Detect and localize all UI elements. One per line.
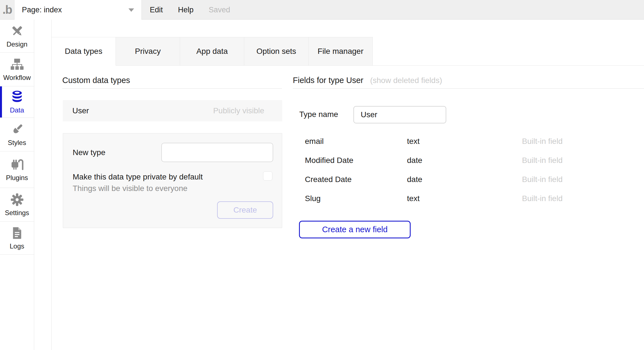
show-deleted-fields-link[interactable]: (show deleted fields) — [370, 76, 442, 85]
data-panel: Data types Privacy App data Option sets … — [51, 20, 644, 350]
fields-list: email text Built-in field Modified Date … — [52, 132, 644, 208]
field-row-email[interactable]: email text Built-in field — [52, 132, 644, 151]
fields-heading: Fields for type User — [293, 75, 363, 85]
field-type: date — [407, 170, 422, 189]
sidebar-item-data[interactable]: Data — [0, 86, 34, 118]
data-type-row-user[interactable]: User Publicly visible — [63, 100, 282, 121]
database-icon — [10, 90, 24, 104]
menu-help[interactable]: Help — [178, 6, 194, 14]
tab-privacy[interactable]: Privacy — [116, 37, 180, 66]
custom-data-types-heading: Custom data types — [62, 75, 130, 85]
type-name-input[interactable] — [353, 106, 446, 123]
sidebar-item-label: Settings — [5, 209, 29, 217]
sidebar-item-workflow[interactable]: Workflow — [0, 53, 34, 86]
tab-data-types[interactable]: Data types — [52, 37, 116, 66]
type-name-label: Type name — [299, 110, 338, 119]
tab-file-manager[interactable]: File manager — [309, 37, 373, 66]
page-selector-dropdown[interactable]: Page: index — [14, 0, 142, 20]
data-type-visibility: Publicly visible — [213, 106, 264, 115]
saved-status: Saved — [209, 6, 230, 14]
field-type: date — [407, 151, 422, 170]
menu-edit[interactable]: Edit — [150, 6, 163, 14]
chevron-down-icon — [128, 8, 134, 12]
bubble-logo[interactable]: .b — [0, 0, 14, 20]
sidebar-item-settings[interactable]: Settings — [0, 188, 34, 222]
field-name: Slug — [305, 189, 321, 208]
plug-icon — [10, 158, 24, 172]
built-in-field-badge: Built-in field — [522, 170, 563, 189]
field-row-created-date[interactable]: Created Date date Built-in field — [52, 170, 644, 189]
built-in-field-badge: Built-in field — [522, 151, 563, 170]
data-type-name: User — [72, 106, 89, 115]
left-sidebar: Design Workflow — [0, 20, 34, 350]
data-tabs: Data types Privacy App data Option sets … — [52, 37, 644, 65]
workflow-sitemap-icon — [10, 57, 24, 72]
sidebar-item-plugins[interactable]: Plugins — [0, 151, 34, 188]
built-in-field-badge: Built-in field — [522, 189, 563, 208]
field-row-modified-date[interactable]: Modified Date date Built-in field — [52, 151, 644, 170]
built-in-field-badge: Built-in field — [522, 132, 563, 151]
gear-icon — [10, 193, 24, 207]
sidebar-item-label: Data — [10, 106, 24, 114]
document-icon — [10, 226, 24, 240]
sidebar-item-label: Styles — [8, 139, 26, 147]
top-menu: Edit Help Saved — [142, 0, 230, 20]
left-section-divider — [62, 88, 282, 89]
field-name: Created Date — [305, 170, 352, 189]
tab-app-data[interactable]: App data — [180, 37, 244, 66]
sidebar-item-logs[interactable]: Logs — [0, 222, 34, 255]
top-bar: .b Page: index Edit Help Saved — [0, 0, 644, 20]
sidebar-item-label: Workflow — [3, 74, 31, 82]
field-name: Modified Date — [305, 151, 353, 170]
field-row-slug[interactable]: Slug text Built-in field — [52, 189, 644, 208]
field-type: text — [407, 189, 420, 208]
tab-option-sets[interactable]: Option sets — [244, 37, 309, 66]
page-selector-label: Page: index — [22, 6, 62, 14]
field-name: email — [305, 132, 324, 151]
design-tools-icon — [10, 24, 24, 38]
field-type: text — [407, 132, 420, 151]
sidebar-item-design[interactable]: Design — [0, 20, 34, 53]
sidebar-item-label: Plugins — [6, 174, 28, 182]
sidebar-item-label: Logs — [10, 242, 24, 250]
sidebar-item-styles[interactable]: Styles — [0, 118, 34, 151]
sidebar-item-label: Design — [6, 40, 27, 48]
right-section-divider — [293, 88, 644, 89]
paintbrush-icon — [10, 123, 24, 137]
create-new-field-button[interactable]: Create a new field — [299, 221, 411, 238]
